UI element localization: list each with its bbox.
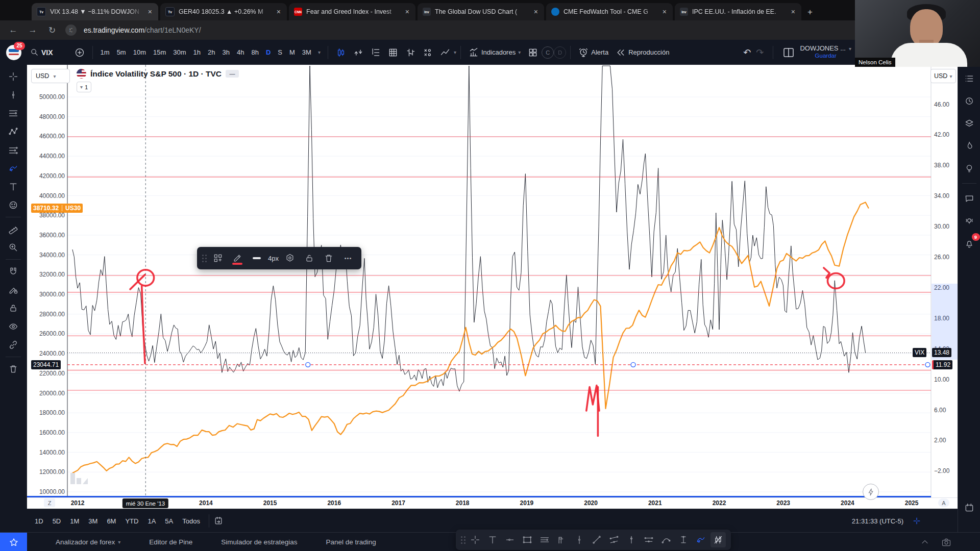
- prediction-tool[interactable]: [4, 141, 23, 159]
- footer-item-strategy-tester[interactable]: Simulador de estrategias: [221, 538, 297, 546]
- browser-tab[interactable]: CME FedWatch Tool - CME G×: [546, 3, 673, 20]
- right-currency-dropdown[interactable]: USD▾: [930, 69, 956, 83]
- color-button[interactable]: [229, 250, 246, 266]
- object-tree-button[interactable]: [962, 116, 977, 131]
- chart-style-candles-button[interactable]: [332, 44, 350, 61]
- fav-parallel-lines-tool[interactable]: [537, 532, 552, 547]
- favorites-star-button[interactable]: [0, 533, 27, 551]
- sync-drawings-tool[interactable]: [4, 336, 23, 354]
- fav-trend-line-tool[interactable]: [589, 532, 604, 547]
- favbar-drag-handle[interactable]: [461, 536, 465, 544]
- tab-close-icon[interactable]: ×: [790, 8, 796, 16]
- left-currency-dropdown[interactable]: USD▾: [31, 69, 70, 83]
- timeframe-5m[interactable]: 5m: [113, 45, 130, 60]
- chart-style-pnf-button[interactable]: [419, 44, 436, 61]
- go-to-date-icon[interactable]: [213, 516, 224, 526]
- chart-style-ha-button[interactable]: [350, 44, 367, 61]
- indicators-button[interactable]: Indicadores ▾: [465, 44, 524, 61]
- site-info-icon[interactable]: ⁝⁚: [65, 24, 77, 36]
- forward-icon[interactable]: →: [27, 25, 39, 35]
- screenshot-camera-icon[interactable]: [941, 537, 951, 547]
- line-thickness-button[interactable]: [249, 250, 265, 266]
- browser-tab[interactable]: TvGER40 18025.3 ▲ +0.26% M×: [160, 3, 287, 20]
- hide-drawings-tool[interactable]: [4, 318, 23, 335]
- ideas-button[interactable]: [962, 161, 977, 176]
- calendar-button[interactable]: [962, 500, 977, 515]
- range-5A[interactable]: 5A: [160, 513, 178, 529]
- browser-tab[interactable]: InvIPC EE.UU. - Inflación de EE.×: [675, 3, 801, 20]
- timeframe-30m[interactable]: 30m: [169, 45, 189, 60]
- url-bar[interactable]: es.tradingview.com/chart/1eLN0eKY/: [84, 26, 201, 34]
- range-Todos[interactable]: Todos: [178, 513, 205, 529]
- timeframe-D[interactable]: D: [262, 45, 274, 60]
- legend-collapse-chip[interactable]: —: [226, 70, 239, 78]
- compare-d-button[interactable]: D: [554, 46, 566, 59]
- fav-horizontal-line-tool[interactable]: [502, 532, 518, 547]
- measure-tool[interactable]: [4, 220, 23, 238]
- symbol-legend[interactable]: Índice Volatility S&P 500 · 1D · TVC —: [77, 69, 239, 79]
- range-6M[interactable]: 6M: [102, 513, 120, 529]
- trend-line-tool[interactable]: [4, 86, 23, 104]
- fav-crosshair-tool[interactable]: [468, 532, 483, 547]
- lock-drawing-button[interactable]: [301, 250, 317, 266]
- chart-area[interactable]: 50000.0048000.0046000.0044000.0042000.00…: [27, 65, 958, 509]
- new-tab-button[interactable]: +: [803, 6, 817, 19]
- chart-style-chevron-icon[interactable]: ▾: [454, 49, 456, 55]
- axis-auto-button[interactable]: A: [938, 498, 949, 507]
- drawing-mode-lock-tool[interactable]: [4, 281, 23, 298]
- alert-button[interactable]: Alerta: [575, 44, 612, 61]
- streams-button[interactable]: [962, 213, 977, 229]
- fav-parallel-channel-tool[interactable]: [606, 532, 622, 547]
- clock-text[interactable]: 21:31:33 (UTC-5): [852, 517, 903, 525]
- range-1M[interactable]: 1M: [65, 513, 84, 529]
- range-5D[interactable]: 5D: [48, 513, 66, 529]
- back-icon[interactable]: ←: [7, 25, 19, 35]
- save-layout-button[interactable]: DOWJONES ...▾ Guardar: [800, 45, 851, 59]
- range-1A[interactable]: 1A: [143, 513, 160, 529]
- fav-compare-tool[interactable]: [710, 532, 726, 547]
- timeframe-2h[interactable]: 2h: [204, 45, 218, 60]
- fav-curve-tool[interactable]: [658, 532, 674, 547]
- timeframe-8h[interactable]: 8h: [248, 45, 262, 60]
- tab-close-icon[interactable]: ×: [276, 8, 282, 16]
- layout-panel-icon[interactable]: [782, 46, 795, 59]
- emoji-tool[interactable]: [4, 196, 23, 214]
- chart-style-heatmap-button[interactable]: [384, 44, 402, 61]
- text-tool[interactable]: [4, 178, 23, 195]
- timeframe-3M[interactable]: 3M: [299, 45, 315, 60]
- avatar[interactable]: 25: [6, 45, 21, 60]
- parallel-lines-tool[interactable]: [4, 105, 23, 122]
- undo-icon[interactable]: ↶: [743, 47, 751, 58]
- timeframe-1h[interactable]: 1h: [190, 45, 204, 60]
- crosshair-tool[interactable]: [4, 68, 23, 85]
- range-1D[interactable]: 1D: [30, 513, 48, 529]
- delete-drawing-button[interactable]: [321, 250, 337, 266]
- timeframe-3h[interactable]: 3h: [219, 45, 233, 60]
- browser-tab[interactable]: TvVIX 13.48 ▼ −8.11% DOWJON×: [32, 3, 158, 20]
- crosshair-settings-icon[interactable]: [912, 516, 922, 526]
- chart-style-linechart-button[interactable]: [436, 44, 454, 61]
- xabcd-pattern-tool[interactable]: [4, 123, 23, 140]
- fav-brush-tool[interactable]: [693, 532, 708, 547]
- footer-item-trading-panel[interactable]: Panel de trading: [326, 538, 376, 546]
- tab-close-icon[interactable]: ×: [404, 8, 410, 16]
- fav-rectangle-tool[interactable]: [520, 532, 535, 547]
- indicator-count-pill[interactable]: ▾ 1: [77, 82, 91, 92]
- brush-tool[interactable]: [4, 160, 23, 177]
- notifications-button[interactable]: 9: [962, 236, 977, 251]
- zoom-in-tool[interactable]: [4, 239, 23, 256]
- range-3M[interactable]: 3M: [84, 513, 102, 529]
- settings-button[interactable]: [282, 250, 298, 266]
- add-symbol-button[interactable]: [71, 44, 88, 61]
- footer-item-forex-analyzer[interactable]: Analizador de forex▾: [56, 538, 120, 546]
- chart-canvas[interactable]: [27, 65, 958, 509]
- timeframe-1m[interactable]: 1m: [97, 45, 113, 60]
- remove-drawings-tool[interactable]: [4, 360, 23, 378]
- timeframe-4h[interactable]: 4h: [233, 45, 248, 60]
- timeframe-S[interactable]: S: [274, 45, 286, 60]
- timeframe-M[interactable]: M: [286, 45, 299, 60]
- chart-style-bars-button[interactable]: [402, 44, 419, 61]
- replay-button[interactable]: Reproducción: [612, 44, 673, 61]
- tab-close-icon[interactable]: ×: [533, 8, 539, 16]
- lock-all-tool[interactable]: [4, 299, 23, 317]
